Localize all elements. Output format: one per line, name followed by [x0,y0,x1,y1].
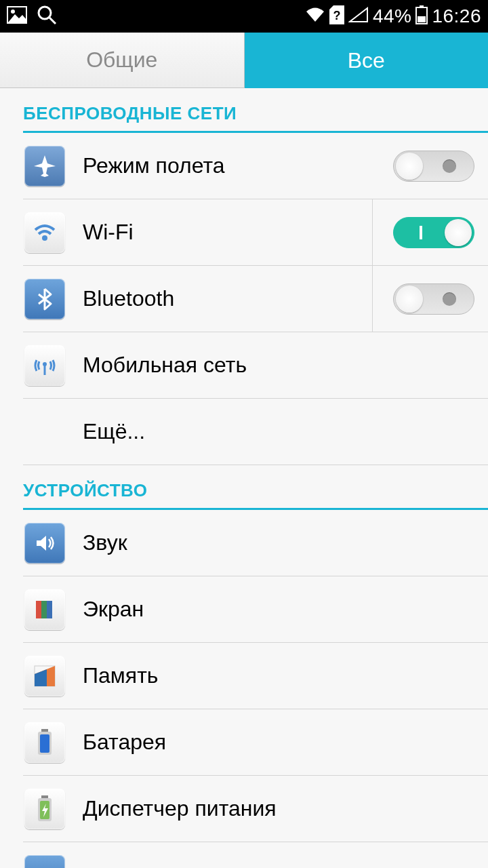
battery-icon [415,5,428,27]
section-header-wireless: БЕСПРОВОДНЫЕ СЕТИ [5,88,488,131]
svg-point-1 [11,9,15,14]
row-airplane[interactable]: Режим полета [23,133,488,199]
more-spacer [23,410,66,454]
wifi-settings-icon [23,211,66,254]
row-battery[interactable]: Батарея [23,709,488,776]
battery-percent: 44% [373,5,412,27]
power-manager-icon [23,787,66,831]
row-storage[interactable]: Память [23,643,488,709]
svg-rect-18 [41,795,48,798]
toggle-bluetooth[interactable] [393,283,474,315]
label-airplane: Режим полета [83,153,393,178]
label-bluetooth: Bluetooth [83,286,372,311]
row-more[interactable]: Ещё... [23,399,488,465]
section-header-device: УСТРОЙСТВО [5,465,488,508]
search-icon [37,5,57,28]
row-power-manager[interactable]: Диспетчер питания [23,776,488,842]
svg-point-2 [39,7,51,19]
toggle-wifi[interactable] [393,217,474,248]
battery-settings-icon [23,721,66,764]
row-display[interactable]: Экран [23,576,488,643]
clock: 16:26 [432,5,481,27]
svg-rect-7 [418,16,426,22]
settings-content: БЕСПРОВОДНЫЕ СЕТИ Режим полета Wi-Fi Blu… [0,88,488,868]
label-power-manager: Диспетчер питания [83,796,474,821]
mobile-network-icon [23,344,66,387]
row-bluetooth[interactable]: Bluetooth [23,266,488,332]
label-storage: Память [83,663,474,688]
svg-rect-11 [36,601,41,618]
wifi-icon [305,7,325,26]
signal-icon [348,7,369,26]
motion-icon [23,854,66,868]
label-more: Ещё... [83,419,474,444]
row-motion[interactable]: Движения [23,842,488,868]
toggle-airplane[interactable] [393,151,474,182]
airplane-icon [23,144,66,188]
svg-rect-12 [41,601,47,618]
bluetooth-icon [23,277,66,321]
svg-rect-15 [41,729,48,732]
statusbar: ? 44% 16:26 [0,0,488,33]
label-battery: Батарея [83,730,474,755]
tabs: Общие Все [0,33,488,88]
svg-point-8 [42,235,47,241]
gallery-icon [7,6,27,26]
sound-icon [23,521,66,565]
row-mobile-network[interactable]: Мобильная сеть [23,332,488,399]
label-motion: Движения [83,863,474,869]
label-mobile-network: Мобильная сеть [83,353,474,378]
svg-rect-13 [47,601,52,618]
svg-rect-17 [40,734,49,753]
tab-all[interactable]: Все [245,33,489,88]
tab-general[interactable]: Общие [0,33,245,88]
label-wifi: Wi-Fi [83,220,372,245]
storage-icon [23,654,66,698]
display-icon [23,588,66,631]
row-sound[interactable]: Звук [23,510,488,576]
label-sound: Звук [83,530,474,555]
svg-text:?: ? [333,9,340,22]
row-wifi[interactable]: Wi-Fi [23,199,488,266]
svg-line-3 [49,18,56,24]
sim-unknown-icon: ? [329,5,344,27]
label-display: Экран [83,597,474,622]
